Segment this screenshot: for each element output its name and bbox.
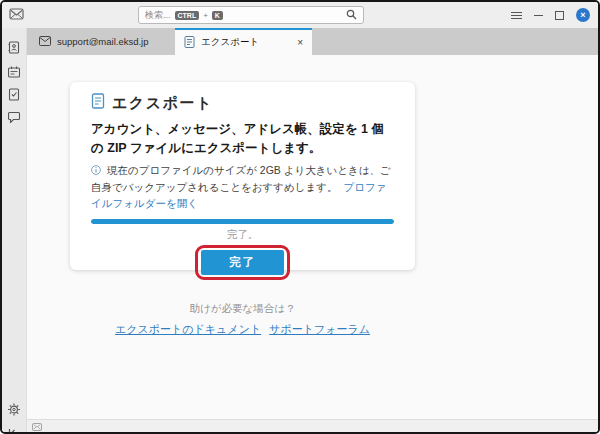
close-window-icon[interactable]: × xyxy=(576,8,590,22)
calendar-icon[interactable] xyxy=(8,64,21,82)
export-tab-label: エクスポート xyxy=(201,36,259,49)
export-card-header: エクスポート xyxy=(91,94,394,112)
export-tab-content: エクスポート アカウント、メッセージ、アドレス帳、設定を 1 個の ZIP ファ… xyxy=(27,55,598,419)
shortcut-ctrl-badge: CTRL xyxy=(175,11,200,20)
search-input[interactable]: 検索... CTRL + K xyxy=(138,6,364,24)
status-bar xyxy=(27,419,598,432)
done-button[interactable]: 完了 xyxy=(201,250,284,275)
mail-tab-label: support@mail.eksd.jp xyxy=(57,36,149,47)
address-book-icon[interactable] xyxy=(8,40,21,58)
tasks-icon[interactable] xyxy=(8,87,20,105)
help-section: 助けが必要な場合は？ エクスポートのドキュメントサポートフォーラム xyxy=(70,302,415,337)
thunderbird-window: 検索... CTRL + K × support@mail.eksd.jp xyxy=(0,0,600,434)
export-status-text: 完了。 xyxy=(91,228,394,242)
tab-mail-account[interactable]: support@mail.eksd.jp xyxy=(30,28,175,55)
chat-icon[interactable] xyxy=(8,109,21,127)
export-description: アカウント、メッセージ、アドレス帳、設定を 1 個の ZIP ファイルにエクスポ… xyxy=(91,120,394,158)
titlebar: 検索... CTRL + K × xyxy=(2,2,598,28)
tab-close-icon[interactable]: × xyxy=(297,37,303,48)
shortcut-plus: + xyxy=(203,11,208,20)
button-row: 完了 xyxy=(91,245,394,280)
spaces-toolbar xyxy=(2,28,27,432)
export-progress-fill xyxy=(91,219,394,224)
export-note: 現在のプロファイルのサイズが 2GB より大きいときは、ご自身でバックアップされ… xyxy=(91,162,394,212)
support-forum-link[interactable]: サポートフォーラム xyxy=(269,323,370,335)
settings-gear-icon[interactable] xyxy=(8,402,21,420)
export-card: エクスポート アカウント、メッセージ、アドレス帳、設定を 1 個の ZIP ファ… xyxy=(70,82,415,270)
search-icon xyxy=(346,6,357,24)
mail-space-icon[interactable] xyxy=(9,7,24,25)
export-progress-bar xyxy=(91,219,394,224)
red-highlight-annotation: 完了 xyxy=(195,245,290,280)
help-question: 助けが必要な場合は？ xyxy=(70,302,415,316)
collapse-sidebar-icon[interactable] xyxy=(8,424,21,434)
info-icon xyxy=(91,165,104,177)
export-title: エクスポート xyxy=(112,94,213,113)
mail-tab-icon xyxy=(39,36,51,48)
export-tab-icon xyxy=(184,36,195,50)
minimize-icon[interactable] xyxy=(534,15,543,16)
tab-export[interactable]: エクスポート × xyxy=(175,28,312,55)
tab-bar: support@mail.eksd.jp エクスポート × xyxy=(27,28,598,55)
status-mail-indicator-icon xyxy=(32,417,42,434)
search-placeholder: 検索... xyxy=(145,9,171,22)
shortcut-k-badge: K xyxy=(212,11,223,20)
export-documentation-link[interactable]: エクスポートのドキュメント xyxy=(115,323,261,335)
app-menu-icon[interactable] xyxy=(511,12,522,19)
restore-window-icon[interactable] xyxy=(555,11,564,20)
export-document-icon xyxy=(91,93,105,113)
window-controls: × xyxy=(511,2,598,28)
help-links: エクスポートのドキュメントサポートフォーラム xyxy=(70,322,415,337)
